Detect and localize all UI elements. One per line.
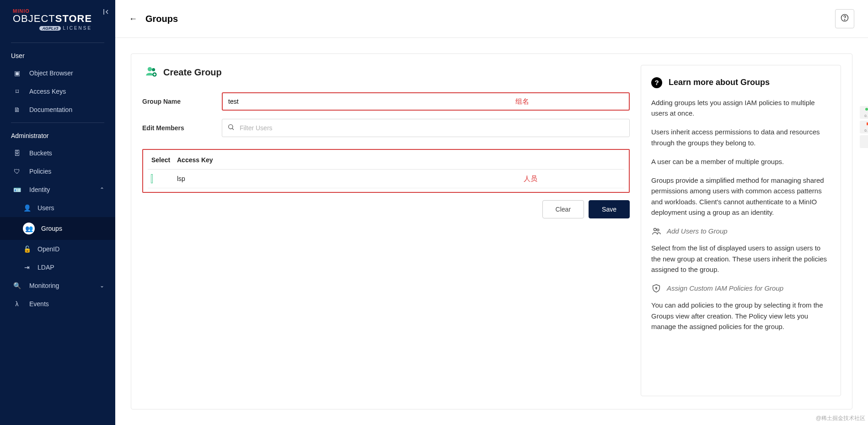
info-sub-assign-policies: Assign Custom IAM Policies for Group xyxy=(651,283,830,293)
object-browser-icon: ▣ xyxy=(13,69,21,77)
card: Create Group Group Name 组名 Edit Members xyxy=(131,53,852,409)
content: Create Group Group Name 组名 Edit Members xyxy=(115,38,868,425)
svg-point-5 xyxy=(229,125,233,129)
sidebar-item-groups[interactable]: 👥 Groups xyxy=(0,217,115,240)
access-keys-icon: ⌑ xyxy=(13,88,21,95)
strip-item-2[interactable]: 0. xyxy=(860,121,868,133)
logo-main: OBJECTSTORE xyxy=(13,14,92,24)
sidebar-collapse-icon[interactable] xyxy=(102,8,110,17)
chevron-up-icon: ⌃ xyxy=(100,186,104,193)
sidebar-item-identity[interactable]: 🪪 Identity ⌃ xyxy=(0,181,115,199)
side-strip: 0. 0. xyxy=(860,106,868,148)
save-button[interactable]: Save xyxy=(589,200,630,218)
clear-button[interactable]: Clear xyxy=(542,200,584,218)
button-row: Clear Save xyxy=(142,200,630,218)
strip-item-1[interactable]: 0. xyxy=(860,106,868,119)
svg-point-6 xyxy=(654,228,657,231)
info-question-icon: ? xyxy=(651,77,662,88)
group-name-input-wrap: 组名 xyxy=(222,92,630,111)
section-admin-label: Administrator xyxy=(0,127,115,144)
sidebar-item-access-keys[interactable]: ⌑ Access Keys xyxy=(0,82,115,101)
openid-icon: 🔓 xyxy=(23,245,31,253)
topbar: ← Groups xyxy=(115,0,868,38)
buckets-icon: 🗄 xyxy=(13,149,21,157)
row-group-name: Group Name 组名 xyxy=(142,92,630,111)
sidebar-item-object-browser[interactable]: ▣ Object Browser xyxy=(0,64,115,82)
info-p5: Select from the list of displayed users … xyxy=(651,243,830,275)
divider xyxy=(11,42,104,43)
sidebar-item-events[interactable]: λ Events xyxy=(0,295,115,313)
checkbox[interactable] xyxy=(151,175,152,183)
create-group-icon xyxy=(145,65,158,80)
breadcrumb: ← Groups xyxy=(129,14,178,24)
users-table: Select Access Key lsp 人员 xyxy=(142,149,630,193)
logo: MINIO OBJECTSTORE AGPLv3 LICENSE xyxy=(13,8,92,31)
documentation-icon: 🗎 xyxy=(13,106,21,113)
form-area: Create Group Group Name 组名 Edit Members xyxy=(142,65,630,396)
row-access-key: lsp xyxy=(177,175,621,182)
sidebar-item-buckets[interactable]: 🗄 Buckets xyxy=(0,144,115,162)
sidebar-item-ldap[interactable]: ⇥ LDAP xyxy=(0,258,115,276)
groups-icon: 👥 xyxy=(23,223,35,234)
svg-point-1 xyxy=(844,20,845,20)
row-select-cell xyxy=(151,175,177,182)
svg-point-3 xyxy=(152,68,155,71)
row-edit-members: Edit Members xyxy=(142,119,630,137)
users-group-icon xyxy=(651,226,661,236)
sidebar-item-users[interactable]: 👤 Users xyxy=(0,199,115,217)
sidebar: MINIO OBJECTSTORE AGPLv3 LICENSE User ▣ … xyxy=(0,0,115,425)
info-p1: Adding groups lets you assign IAM polici… xyxy=(651,97,830,119)
logo-license: AGPLv3 LICENSE xyxy=(39,26,92,31)
back-arrow-icon[interactable]: ← xyxy=(129,14,137,24)
svg-point-2 xyxy=(148,67,152,71)
col-access-key: Access Key xyxy=(177,156,621,164)
filter-users-wrap xyxy=(222,119,630,137)
sidebar-item-policies[interactable]: 🛡 Policies xyxy=(0,162,115,181)
sidebar-header: MINIO OBJECTSTORE AGPLv3 LICENSE xyxy=(0,5,115,39)
monitoring-icon: 🔍 xyxy=(13,282,21,289)
info-sub-add-users: Add Users to Group xyxy=(651,226,830,236)
sidebar-item-documentation[interactable]: 🗎 Documentation xyxy=(0,101,115,119)
sidebar-item-monitoring[interactable]: 🔍 Monitoring ⌄ xyxy=(0,276,115,295)
main: ← Groups Create Group Group Name xyxy=(115,0,868,425)
identity-subnav: 👤 Users 👥 Groups 🔓 OpenID ⇥ LDAP xyxy=(0,199,115,276)
info-p2: Users inherit access permissions to data… xyxy=(651,127,830,148)
filter-users-input[interactable] xyxy=(222,119,630,137)
table-head: Select Access Key xyxy=(148,150,624,170)
table-row[interactable]: lsp 人员 xyxy=(148,170,624,188)
svg-point-8 xyxy=(656,287,657,288)
events-icon: λ xyxy=(13,300,21,308)
watermark: @稀土掘金技术社区 xyxy=(816,414,865,422)
help-button[interactable] xyxy=(835,9,854,28)
divider xyxy=(11,122,104,123)
info-p4: Groups provide a simplified method for m… xyxy=(651,175,830,218)
info-panel: ? Learn more about Groups Adding groups … xyxy=(641,65,841,396)
info-title-row: ? Learn more about Groups xyxy=(651,76,830,89)
ldap-icon: ⇥ xyxy=(23,264,31,271)
group-name-label: Group Name xyxy=(142,98,222,105)
group-name-input[interactable] xyxy=(222,92,630,111)
chevron-down-icon: ⌄ xyxy=(100,282,104,289)
sidebar-item-openid[interactable]: 🔓 OpenID xyxy=(0,240,115,258)
help-icon xyxy=(840,13,849,24)
page-title: Groups xyxy=(145,14,178,24)
form-title: Create Group xyxy=(163,67,222,78)
policies-icon: 🛡 xyxy=(13,168,21,175)
info-p3: A user can be a member of multiple group… xyxy=(651,156,830,167)
identity-icon: 🪪 xyxy=(13,186,21,193)
info-p6: You can add policies to the group by sel… xyxy=(651,300,830,332)
strip-item-3[interactable] xyxy=(860,135,868,148)
edit-members-label: Edit Members xyxy=(142,124,222,132)
svg-point-7 xyxy=(657,229,659,231)
shield-icon xyxy=(651,283,661,293)
users-icon: 👤 xyxy=(23,204,31,212)
section-user-label: User xyxy=(0,47,115,64)
form-header: Create Group xyxy=(142,65,630,80)
search-icon xyxy=(227,123,235,133)
info-title: Learn more about Groups xyxy=(669,76,770,89)
col-select: Select xyxy=(151,156,177,164)
